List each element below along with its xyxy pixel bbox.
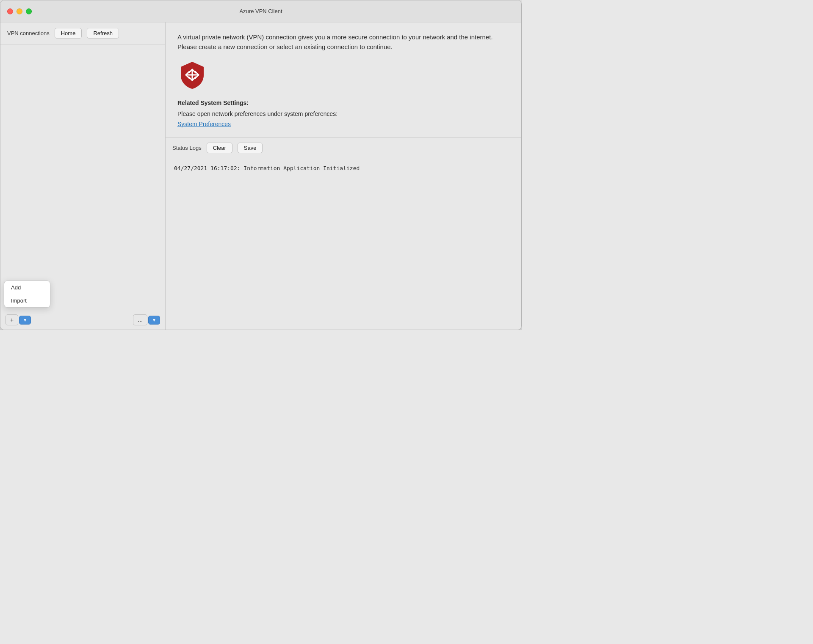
main-layout: VPN connections Home Refresh + ▼ ... ▼ xyxy=(0,22,521,330)
related-settings-title: Related System Settings: xyxy=(177,98,509,108)
sidebar: VPN connections Home Refresh + ▼ ... ▼ xyxy=(0,22,166,330)
sidebar-title: VPN connections xyxy=(7,30,50,36)
status-logs-header: Status Logs Clear Save xyxy=(166,138,521,158)
save-button[interactable]: Save xyxy=(238,143,263,153)
description-text: A virtual private network (VPN) connecti… xyxy=(177,33,509,52)
add-dropdown-button[interactable]: ▼ xyxy=(19,316,31,325)
more-dropdown-button[interactable]: ▼ xyxy=(148,316,160,325)
content-top: A virtual private network (VPN) connecti… xyxy=(166,22,521,138)
status-logs-title: Status Logs xyxy=(172,145,202,151)
chevron-down-icon-2: ▼ xyxy=(152,318,156,322)
content-area: A virtual private network (VPN) connecti… xyxy=(166,22,521,330)
add-button[interactable]: + xyxy=(6,314,18,325)
more-button[interactable]: ... xyxy=(133,314,147,325)
refresh-button[interactable]: Refresh xyxy=(87,28,119,39)
main-window: Azure VPN Client VPN connections Home Re… xyxy=(0,0,522,330)
traffic-lights xyxy=(7,8,32,14)
add-dropdown-menu: Add Import xyxy=(4,281,50,308)
related-settings: Related System Settings: Please open net… xyxy=(177,98,509,129)
minimize-button[interactable] xyxy=(17,8,22,14)
bottom-left-buttons: + ▼ xyxy=(6,314,31,325)
vpn-shield-icon xyxy=(177,60,207,90)
title-bar: Azure VPN Client xyxy=(0,0,521,22)
window-title: Azure VPN Client xyxy=(239,8,282,14)
log-entry: 04/27/2021 16:17:02: Information Applica… xyxy=(174,165,513,171)
system-preferences-link[interactable]: System Preferences xyxy=(177,121,231,127)
import-menu-item[interactable]: Import xyxy=(4,294,50,307)
home-button[interactable]: Home xyxy=(55,28,82,39)
related-settings-text: Please open network preferences under sy… xyxy=(177,109,509,119)
close-button[interactable] xyxy=(7,8,13,14)
logs-content: 04/27/2021 16:17:02: Information Applica… xyxy=(166,158,521,330)
sidebar-bottom: + ▼ ... ▼ Add Import xyxy=(0,310,165,330)
clear-button[interactable]: Clear xyxy=(207,143,232,153)
sidebar-content xyxy=(0,44,165,310)
maximize-button[interactable] xyxy=(26,8,32,14)
sidebar-header: VPN connections Home Refresh xyxy=(0,22,165,44)
add-menu-item[interactable]: Add xyxy=(4,281,50,294)
bottom-right-buttons: ... ▼ xyxy=(133,314,160,325)
chevron-down-icon: ▼ xyxy=(23,318,27,322)
